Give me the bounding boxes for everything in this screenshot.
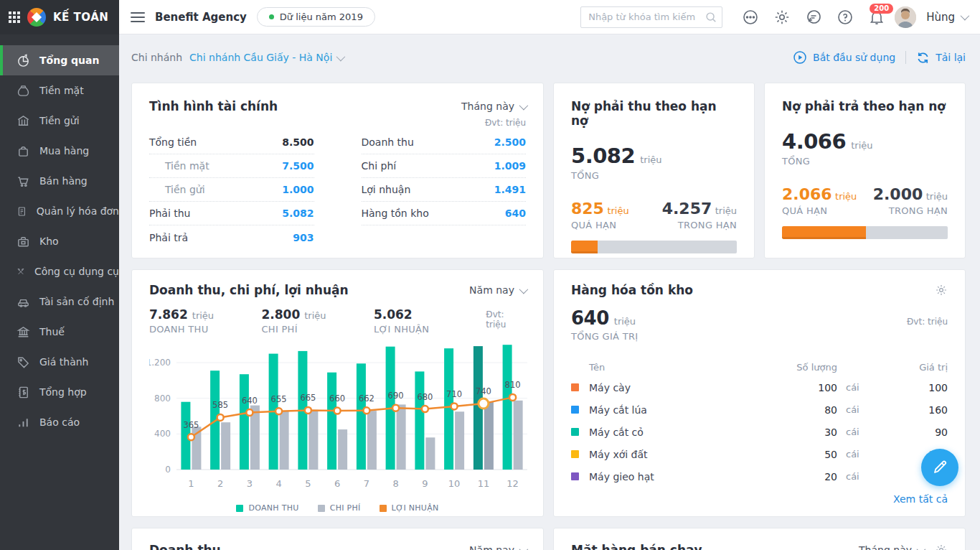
unit-note: Đvt: triệu — [907, 317, 948, 327]
sidebar-item-reports[interactable]: Báo cáo — [0, 407, 119, 437]
receivable-in-term: 4.257 triệu TRONG HẠN — [662, 200, 737, 230]
receivable-card: Nợ phải thu theo hạn nợ 5.082triệu TỔNG … — [553, 83, 755, 258]
sidebar-item-purchasing[interactable]: Mua hàng — [0, 136, 119, 166]
svg-text:660: 660 — [329, 393, 345, 404]
svg-text:740: 740 — [476, 386, 491, 396]
payable-card: Nợ phải trả theo hạn nợ 4.066triệu TỔNG … — [764, 83, 966, 258]
inventory-table: Tên Số lượng Giá trị Máy cày 100cái 100 — [571, 358, 948, 488]
inventory-row[interactable]: Máy cắt lúa 80cái 160 — [571, 398, 948, 421]
bestseller-stub-period-dropdown[interactable]: Tháng này — [859, 544, 923, 550]
chevron-down-icon — [917, 544, 926, 550]
inventory-total: 640 — [571, 307, 609, 329]
revenue-stub-period-dropdown[interactable]: Năm nay — [469, 544, 526, 550]
company-name: Benefit Agency — [155, 11, 247, 24]
data-year-pill[interactable]: Dữ liệu năm 2019 — [257, 7, 375, 27]
chevron-down-icon[interactable] — [961, 11, 970, 21]
sidebar-item-tax[interactable]: Thuế — [0, 317, 119, 347]
finance-row: Hàng tồn kho640 — [362, 202, 527, 225]
finance-card-title: Tình hình tài chính — [149, 99, 278, 113]
search-icon[interactable] — [705, 11, 717, 24]
settings-button[interactable] — [768, 4, 796, 31]
messages-button[interactable] — [800, 4, 827, 31]
get-started-button[interactable]: Bắt đầu sử dụng — [793, 50, 895, 65]
pencil-icon — [931, 459, 948, 476]
sidebar-item-label: Quản lý hóa đơn — [37, 205, 119, 217]
sidebar-item-label: Bán hàng — [39, 175, 88, 187]
sidebar-item-label: Kho — [39, 236, 59, 247]
svg-text:585: 585 — [212, 400, 228, 410]
legend-item-revenue[interactable]: DOANH THU — [236, 503, 298, 513]
app-grid-icon[interactable] — [9, 11, 20, 23]
car-icon — [17, 295, 30, 309]
color-swatch — [571, 472, 579, 480]
sidebar-item-cash[interactable]: Tiền mặt — [0, 75, 119, 106]
bestseller-settings-button[interactable] — [935, 544, 948, 550]
search-input[interactable] — [580, 6, 722, 28]
finance-row: Chi phí1.009 — [362, 154, 527, 178]
payable-total: 4.066 — [782, 129, 846, 154]
payable-progress-bar — [782, 226, 948, 239]
revenue-card-stub: Doanh thu Năm nay — [131, 528, 544, 550]
svg-text:11: 11 — [478, 478, 490, 489]
inventory-row[interactable]: Máy gieo hạt 20cái 140 — [571, 465, 948, 488]
bar-chart-icon — [17, 416, 30, 429]
inventory-settings-button[interactable] — [935, 284, 948, 297]
avatar[interactable] — [895, 6, 916, 28]
sidebar-item-deposits[interactable]: Tiền gửi — [0, 106, 119, 136]
divider — [905, 51, 906, 64]
inventory-total-label: TỔNG GIÁ TRỊ — [571, 331, 638, 342]
branch-value: Chi nhánh Cầu Giấy - Hà Nội — [189, 52, 332, 63]
green-dot-icon — [269, 14, 274, 19]
sidebar-item-summary[interactable]: Tổng hợp — [0, 377, 119, 407]
legend-swatch — [318, 505, 325, 512]
chart-legend: DOANH THU CHI PHÍ LỢI NHUẬN — [149, 503, 526, 513]
sidebar-item-label: Tiền gửi — [39, 115, 80, 126]
legend-item-expense[interactable]: CHI PHÍ — [318, 503, 361, 513]
invoice-icon — [17, 205, 27, 218]
inventory-table-header: Tên Số lượng Giá trị — [571, 358, 948, 376]
hamburger-icon[interactable] — [131, 12, 145, 22]
reload-button[interactable]: Tải lại — [916, 51, 966, 65]
price-tag-icon — [17, 355, 30, 369]
svg-text:5: 5 — [305, 478, 311, 489]
branch-selector[interactable]: Chi nhánh Cầu Giấy - Hà Nội — [189, 52, 343, 63]
ledger-icon — [17, 386, 30, 399]
inventory-row[interactable]: Máy xới đất 50cái 150 — [571, 443, 948, 465]
chevron-down-icon — [519, 101, 529, 110]
sidebar-item-label: Tài sản cố định — [39, 296, 114, 307]
user-name[interactable]: Hùng — [926, 11, 955, 24]
legend-item-profit[interactable]: LỢI NHUẬN — [380, 503, 439, 513]
sidebar-item-invoices[interactable]: Quản lý hóa đơn — [0, 196, 119, 226]
finance-period-dropdown[interactable]: Tháng này — [461, 101, 526, 112]
notifications-button[interactable]: 200 — [863, 4, 890, 31]
sidebar-item-sales[interactable]: Bán hàng — [0, 166, 119, 196]
sidebar-item-fixed-assets[interactable]: Tài sản cố định — [0, 286, 119, 317]
sidebar-item-label: Tổng hợp — [39, 386, 87, 398]
payable-in-term: 2.000 triệu TRONG HẠN — [873, 185, 948, 216]
svg-text:680: 680 — [417, 392, 433, 402]
sidebar-item-tools[interactable]: Công cụ dụng cụ — [0, 256, 119, 286]
inventory-row[interactable]: Máy cắt cỏ 30cái 90 — [571, 421, 948, 443]
inventory-row[interactable]: Máy cày 100cái 100 — [571, 376, 948, 398]
chart-period-dropdown[interactable]: Năm nay — [469, 284, 526, 296]
legend-swatch — [236, 505, 243, 512]
sidebar-item-overview[interactable]: Tổng quan — [0, 45, 119, 75]
view-all-link[interactable]: Xem tất cả — [893, 493, 948, 505]
svg-text:710: 710 — [446, 389, 462, 399]
search-box — [580, 6, 722, 28]
revenue-chart[interactable]: 04008001.2003655856406556656606626906807… — [149, 335, 527, 500]
top-navbar: Benefit Agency Dữ liệu năm 2019 — [119, 0, 980, 34]
more-options-button[interactable] — [737, 4, 764, 31]
svg-text:12: 12 — [507, 478, 519, 489]
sidebar-item-label: Thuế — [39, 326, 65, 337]
color-swatch — [571, 428, 579, 436]
bank-columns-icon — [17, 325, 30, 339]
quick-add-button[interactable] — [921, 449, 958, 486]
sidebar-item-warehouse[interactable]: Kho — [0, 226, 119, 256]
branch-label: Chi nhánh — [131, 52, 182, 63]
reload-label: Tải lại — [936, 52, 966, 63]
app-logo — [27, 8, 46, 27]
sidebar-item-cost[interactable]: Giá thành — [0, 347, 119, 377]
help-button[interactable] — [831, 4, 859, 31]
svg-text:655: 655 — [271, 394, 287, 404]
